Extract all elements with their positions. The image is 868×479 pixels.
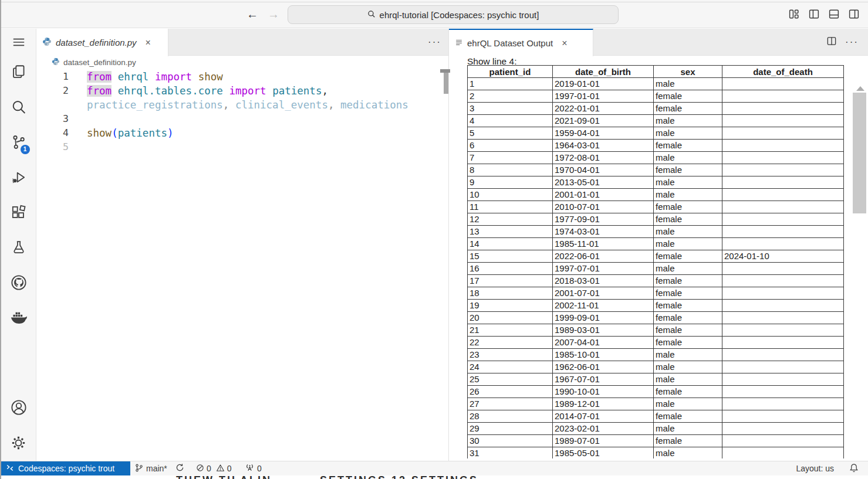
code-row[interactable]: 2from ehrql.tables.core import patients, [36,84,448,98]
table-cell: 1985-05-01 [553,447,654,459]
radio-tower-icon [245,463,254,474]
code-text: from ehrql import show [69,70,223,84]
menu-button[interactable] [9,33,29,53]
output-panel-group: ehrQL Dataset Output × ··· Show line 4: … [448,29,868,461]
table-cell: female [654,201,722,213]
table-cell: 20 [468,312,553,324]
code-row[interactable]: practice_registrations, clinical_events,… [36,98,448,112]
table-cell: 1964-03-01 [553,140,654,152]
table-cell: 28 [468,410,553,423]
sidebar-item-explorer[interactable] [9,63,29,83]
table-row: 12019-01-01male [468,78,844,90]
code-editor[interactable]: 1from ehrql import show2from ehrql.table… [36,69,448,154]
toggle-secondary-sidebar-icon[interactable] [848,8,860,20]
toggle-primary-sidebar-icon[interactable] [808,8,820,20]
sidebar-item-source-control[interactable]: 1 [9,133,29,153]
remote-indicator[interactable]: Codespaces: psychic trout [0,461,130,475]
table-cell: 1970-04-01 [553,164,654,176]
table-row: 192002-11-01female [468,300,844,312]
keyboard-layout-status[interactable]: Layout: us [796,461,834,475]
tab-label: ehrQL Dataset Output [467,38,553,48]
code-row[interactable]: 5 [36,140,448,154]
table-cell: 2024-01-10 [722,250,844,263]
table-cell: 10 [468,189,553,201]
table-cell: 12 [468,213,553,226]
run-debug-icon [10,169,27,188]
tab-dataset-definition[interactable]: dataset_definition.py × [36,29,168,56]
sidebar-item-github[interactable] [9,274,29,294]
sidebar-item-docker[interactable] [9,309,29,329]
table-cell [722,337,844,349]
table-cell [722,349,844,361]
column-header: date_of_death [722,66,844,78]
column-header: patient_id [468,66,553,78]
code-row[interactable]: 3 [36,112,448,126]
webview-content: Show line 4: patient_iddate_of_birthsexd… [449,56,868,460]
table-cell: 5 [468,127,553,140]
problems-status[interactable]: 0 0 [196,461,232,475]
table-row: 251967-07-01male [468,373,844,386]
editor-scrollbar-thumb[interactable] [444,73,448,94]
table-row: 112010-07-01female [468,201,844,213]
table-cell [722,386,844,398]
accounts-button[interactable] [9,399,29,419]
table-cell: male [654,226,722,238]
line-number: 1 [36,70,69,84]
table-cell [722,90,844,103]
table-cell: 1997-01-01 [553,90,654,103]
table-cell: 27 [468,398,553,410]
search-icon [10,98,27,118]
editor-tab-bar: dataset_definition.py × ··· [36,29,448,56]
table-row: 172018-03-01female [468,275,844,287]
branch-status[interactable]: main* [135,461,167,475]
table-row: 261990-10-01female [468,386,844,398]
back-arrow-icon[interactable]: ← [246,8,258,21]
table-cell: 1999-09-01 [553,312,654,324]
command-center[interactable]: ehrql-tutorial [Codespaces: psychic trou… [288,5,619,24]
breadcrumb[interactable]: dataset_definition.py [36,56,448,69]
table-row: 311985-05-01male [468,447,844,459]
sync-button[interactable] [175,461,184,475]
table-cell [722,238,844,250]
github-icon [10,274,28,294]
sidebar-item-run-debug[interactable] [9,168,29,188]
scroll-up-arrow-icon[interactable] [856,86,864,91]
more-actions-icon[interactable]: ··· [428,36,441,48]
settings-button[interactable] [9,434,29,454]
table-cell: 2001-07-01 [553,287,654,300]
toggle-panel-icon[interactable] [828,8,840,20]
more-actions-icon[interactable]: ··· [845,36,859,48]
sidebar-item-search[interactable] [9,98,29,118]
files-icon [10,63,27,83]
customize-layout-icon[interactable] [788,8,800,20]
table-cell [722,127,844,140]
table-row: 131974-03-01male [468,226,844,238]
ports-status[interactable]: 0 [245,461,262,475]
table-row: 61964-03-01female [468,140,844,152]
table-cell: 2023-02-01 [553,423,654,435]
flask-icon [11,239,27,258]
table-cell: female [654,287,722,300]
table-cell: 1989-12-01 [553,398,654,410]
table-cell [722,410,844,423]
code-row[interactable]: 4show(patients) [36,126,448,140]
table-cell: 26 [468,386,553,398]
table-cell: 1989-03-01 [553,324,654,337]
source-control-badge: 1 [21,145,30,154]
sidebar-item-extensions[interactable] [9,203,29,223]
split-editor-icon[interactable] [826,36,837,49]
tab-ehrql-dataset-output[interactable]: ehrQL Dataset Output × [449,29,593,56]
webview-scrollbar-thumb[interactable] [853,93,866,213]
close-tab-icon[interactable]: × [146,38,151,47]
line-number: 4 [36,126,69,140]
table-cell: female [654,90,722,103]
code-row[interactable]: 1from ehrql import show [36,70,448,84]
close-tab-icon[interactable]: × [562,39,567,48]
table-cell: female [654,337,722,349]
table-cell [722,275,844,287]
table-cell: 25 [468,373,553,386]
notifications-bell[interactable] [849,461,859,475]
sidebar-item-testing[interactable] [9,239,29,259]
table-body: 12019-01-01male21997-01-01female32022-01… [468,78,844,459]
forward-arrow-icon[interactable]: → [268,8,279,21]
